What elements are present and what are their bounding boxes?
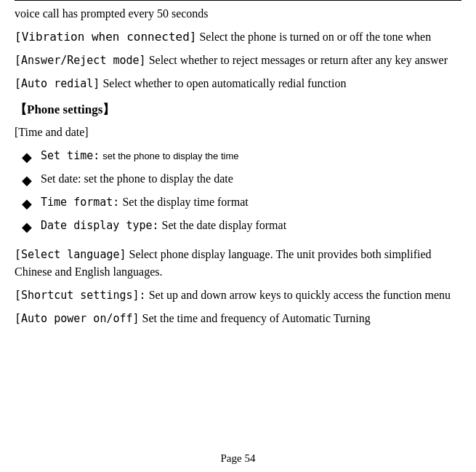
set-date-desc: set the phone to display the date bbox=[84, 172, 233, 185]
auto-power-body: Set the time and frequency of Automatic … bbox=[140, 312, 371, 324]
diamond-icon-2: ◆ bbox=[22, 171, 32, 191]
time-format-desc: Set the display time format bbox=[122, 196, 248, 208]
voice-call-paragraph: voice call has prompted every 50 seconds bbox=[15, 5, 461, 23]
bullet-set-time-text: Set time: set the phone to display the t… bbox=[41, 147, 238, 164]
page-container: voice call has prompted every 50 seconds… bbox=[0, 0, 476, 472]
shortcut-settings-body: Set up and down arrow keys to quickly ac… bbox=[146, 289, 451, 301]
bullet-set-date: ◆ Set date: set the phone to display the… bbox=[22, 170, 461, 191]
voice-call-text: voice call has prompted every 50 seconds bbox=[15, 7, 209, 20]
diamond-icon-4: ◆ bbox=[22, 217, 32, 237]
page-footer: Page 54 bbox=[0, 452, 476, 465]
shortcut-settings-label: [Shortcut settings]: bbox=[15, 289, 146, 302]
top-divider bbox=[15, 0, 461, 1]
answer-reject-body: Select whether to reject messages or ret… bbox=[146, 54, 448, 66]
bullet-date-display-text: Date display type: Set the date display … bbox=[41, 217, 286, 234]
time-date-label: [Time and date] bbox=[15, 124, 461, 141]
set-time-desc: set the phone to display the time bbox=[102, 151, 238, 161]
set-date-label: Set date: bbox=[41, 172, 81, 185]
page-number: Page 54 bbox=[221, 452, 256, 464]
shortcut-settings-paragraph: [Shortcut settings]: Set up and down arr… bbox=[15, 287, 461, 304]
set-time-label: Set time: bbox=[41, 149, 100, 162]
bullet-time-format: ◆ Time format: Set the display time form… bbox=[22, 193, 461, 214]
phone-settings-heading: 【Phone settings】 bbox=[15, 101, 461, 118]
vibration-label: [Vibration when connected] bbox=[15, 30, 196, 44]
select-language-label: [Select language] bbox=[15, 248, 126, 261]
diamond-icon-3: ◆ bbox=[22, 194, 32, 214]
vibration-paragraph: [Vibration when connected] Select the ph… bbox=[15, 28, 461, 46]
date-display-desc: Set the date display format bbox=[162, 219, 287, 231]
vibration-body: Select the phone is turned on or off the… bbox=[196, 31, 431, 43]
auto-power-paragraph: [Auto power on/off] Set the time and fre… bbox=[15, 310, 461, 327]
bullet-time-format-text: Time format: Set the display time format bbox=[41, 193, 249, 211]
auto-redial-body: Select whether to open automatically red… bbox=[100, 77, 346, 89]
bullet-set-time: ◆ Set time: set the phone to display the… bbox=[22, 147, 461, 167]
time-format-label: Time format: bbox=[41, 196, 119, 209]
select-language-paragraph: [Select language] Select phone display l… bbox=[15, 246, 461, 281]
auto-redial-label: [Auto redial] bbox=[15, 77, 100, 90]
bullet-list: ◆ Set time: set the phone to display the… bbox=[22, 147, 461, 240]
bullet-date-display: ◆ Date display type: Set the date displa… bbox=[22, 217, 461, 237]
bullet-set-date-text: Set date: set the phone to display the d… bbox=[41, 170, 233, 188]
auto-redial-paragraph: [Auto redial] Select whether to open aut… bbox=[15, 75, 461, 92]
answer-reject-label: [Answer/Reject mode] bbox=[15, 54, 146, 67]
diamond-icon-1: ◆ bbox=[22, 148, 32, 167]
auto-power-label: [Auto power on/off] bbox=[15, 312, 140, 325]
date-display-label: Date display type: bbox=[41, 219, 159, 232]
answer-reject-paragraph: [Answer/Reject mode] Select whether to r… bbox=[15, 52, 461, 69]
